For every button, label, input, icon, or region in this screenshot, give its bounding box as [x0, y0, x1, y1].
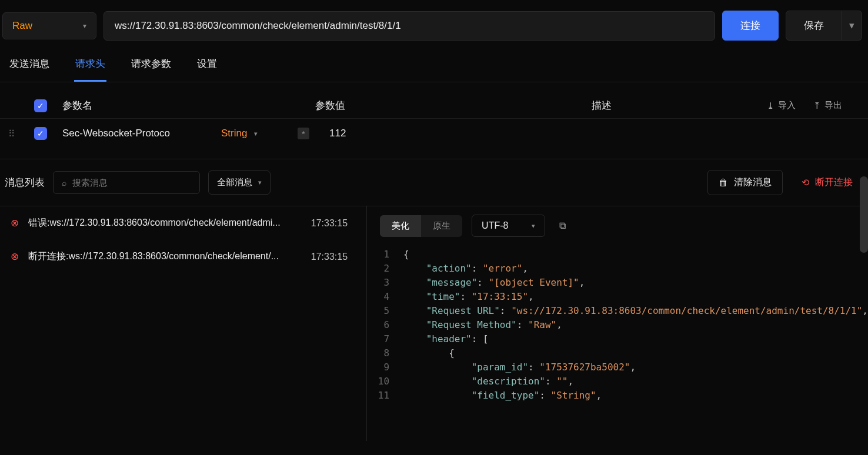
code-view: 1234567891011 { "action": "error", "mess… [367, 245, 868, 441]
param-value-cell[interactable]: 112 [309, 128, 346, 139]
error-icon: ⊗ [11, 217, 28, 229]
chevron-down-icon: ▾ [258, 179, 262, 186]
row-checkbox[interactable]: ✓ [34, 127, 47, 140]
line-gutter: 1234567891011 [367, 247, 398, 441]
chevron-down-icon: ▾ [532, 222, 535, 230]
list-item[interactable]: ⊗ 断开连接:ws://172.30.91.83:8603/common/che… [0, 240, 366, 273]
lower-panel: ⊗ 错误:ws://172.30.91.83:8603/common/check… [0, 206, 868, 441]
tab-request-params[interactable]: 请求参数 [130, 51, 172, 82]
column-param-name: 参数名 [62, 99, 315, 112]
method-select[interactable]: Raw ▾ [2, 12, 96, 39]
required-toggle[interactable]: * [298, 128, 309, 139]
message-text: 断开连接:ws://172.30.91.83:8603/common/check… [28, 250, 311, 263]
list-item[interactable]: ⊗ 错误:ws://172.30.91.83:8603/common/check… [0, 206, 366, 240]
chevron-down-icon: ▾ [254, 130, 258, 138]
save-button[interactable]: 保存 [786, 11, 842, 41]
headers-section: ✓ 参数名 参数值 描述 ⤓导入 ⤒导出 ⠿ ✓ Sec-Websocket-P… [0, 82, 868, 159]
tab-settings[interactable]: 设置 [196, 51, 218, 82]
encoding-label: UTF-8 [482, 220, 508, 231]
url-input-wrapper [104, 11, 715, 41]
trash-icon: 🗑 [719, 178, 728, 188]
message-filter-select[interactable]: 全部消息 ▾ [208, 170, 271, 195]
tab-send-message[interactable]: 发送消息 [8, 51, 51, 82]
search-input[interactable] [72, 178, 191, 188]
connect-button[interactable]: 连接 [722, 11, 779, 41]
copy-button[interactable]: ⧉ [555, 216, 570, 236]
request-tabs: 发送消息 请求头 请求参数 设置 [0, 46, 868, 82]
chevron-down-icon: ▾ [83, 22, 86, 30]
message-toolbar: 消息列表 ⌕ 全部消息 ▾ 🗑 清除消息 ⟲ 断开连接 [0, 159, 868, 206]
message-time: 17:33:15 [311, 252, 356, 262]
code-content[interactable]: { "action": "error", "message": "[object… [398, 247, 868, 441]
type-label: String [221, 128, 247, 139]
beautify-button[interactable]: 美化 [380, 215, 421, 237]
scrollbar[interactable] [860, 176, 868, 253]
save-dropdown-button[interactable]: ▾ [842, 11, 862, 41]
filter-label: 全部消息 [217, 177, 252, 188]
param-name-cell[interactable]: Sec-Websocket-Protoco [62, 128, 221, 139]
url-input[interactable] [115, 20, 704, 32]
drag-handle-icon[interactable]: ⠿ [8, 128, 26, 139]
encoding-select[interactable]: UTF-8 ▾ [472, 215, 545, 237]
download-icon: ⤓ [767, 101, 774, 111]
search-icon: ⌕ [62, 178, 66, 188]
raw-button[interactable]: 原生 [421, 215, 462, 237]
format-segment: 美化 原生 [380, 215, 462, 237]
upload-icon: ⤒ [813, 101, 821, 111]
message-list-title: 消息列表 [5, 176, 45, 189]
tab-request-headers[interactable]: 请求头 [74, 51, 106, 82]
column-description: 描述 [592, 99, 767, 112]
column-param-value: 参数值 [315, 99, 592, 112]
message-time: 17:33:15 [311, 218, 356, 229]
detail-pane: 美化 原生 UTF-8 ▾ ⧉ 1234567891011 { "action"… [367, 206, 868, 441]
param-type-select[interactable]: String ▾ [221, 128, 298, 139]
message-list: ⊗ 错误:ws://172.30.91.83:8603/common/check… [0, 206, 367, 441]
message-text: 错误:ws://172.30.91.83:8603/common/check/e… [28, 217, 311, 229]
headers-table-head: ✓ 参数名 参数值 描述 ⤓导入 ⤒导出 [0, 93, 868, 118]
clear-messages-button[interactable]: 🗑 清除消息 [707, 170, 783, 195]
search-box: ⌕ [53, 171, 200, 194]
detail-toolbar: 美化 原生 UTF-8 ▾ ⧉ [367, 206, 868, 245]
error-icon: ⊗ [11, 250, 28, 263]
method-label: Raw [12, 20, 32, 32]
export-button[interactable]: ⤒导出 [813, 100, 842, 111]
select-all-checkbox[interactable]: ✓ [34, 99, 47, 112]
import-button[interactable]: ⤓导入 [767, 100, 796, 111]
save-button-group: 保存 ▾ [786, 11, 862, 41]
disconnect-button[interactable]: ⟲ 断开连接 [791, 170, 863, 195]
table-row: ⠿ ✓ Sec-Websocket-Protoco String ▾ * 112 [0, 118, 868, 148]
unlink-icon: ⟲ [802, 177, 809, 188]
